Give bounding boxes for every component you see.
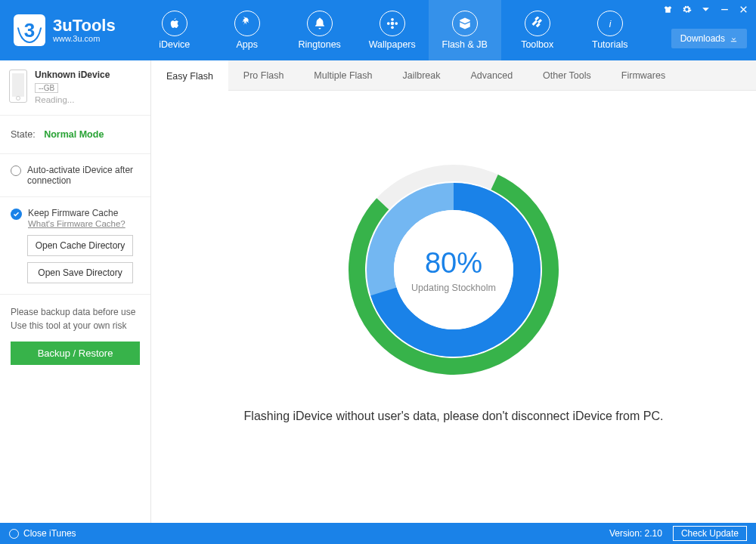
nav-label: Wallpapers — [369, 39, 416, 50]
nav-idevice[interactable]: iDevice — [138, 0, 211, 60]
downloads-label: Downloads — [680, 33, 725, 44]
minimize-icon[interactable] — [720, 5, 730, 14]
close-itunes-label: Close iTunes — [23, 528, 76, 539]
device-name: Unknown iDevice — [35, 70, 110, 80]
app-title: 3uTools — [53, 17, 116, 34]
check-update-button[interactable]: Check Update — [673, 526, 747, 541]
flash-content: 80% Updating Stockholm Flashing iDevice … — [151, 91, 756, 523]
tshirt-icon[interactable] — [663, 5, 673, 14]
downloads-button[interactable]: Downloads — [671, 29, 747, 48]
tab-advanced[interactable]: Advanced — [456, 60, 528, 90]
warn-line2: Use this tool at your own risk — [11, 319, 140, 332]
open-cache-button[interactable]: Open Cache Directory — [27, 235, 133, 256]
nav-flash-jb[interactable]: Flash & JB — [429, 0, 501, 60]
nav-label: Toolbox — [521, 39, 553, 50]
flower-icon — [380, 11, 405, 36]
gear-icon[interactable] — [682, 5, 692, 14]
info-icon: i — [597, 11, 623, 36]
auto-activate-option[interactable]: Auto-activate iDevice after connection — [11, 165, 140, 186]
tools-icon — [525, 11, 550, 36]
open-save-button[interactable]: Open Save Directory — [27, 262, 133, 283]
device-capacity: --GB — [35, 83, 58, 93]
cache-help-link[interactable]: What's Firmware Cache? — [28, 219, 125, 228]
dropdown-icon[interactable] — [701, 5, 711, 14]
apps-icon — [234, 11, 260, 36]
sidebar: Unknown iDevice --GB Reading... State: N… — [0, 60, 151, 523]
keep-cache-option[interactable]: Keep Firmware Cache What's Firmware Cach… — [11, 208, 140, 229]
nav-label: iDevice — [159, 39, 190, 50]
backup-restore-button[interactable]: Backup / Restore — [11, 342, 140, 365]
svg-point-1 — [391, 18, 394, 21]
circle-icon — [9, 529, 19, 539]
logo-icon: 3 — [14, 14, 45, 46]
svg-point-3 — [387, 22, 390, 25]
nav-wallpapers[interactable]: Wallpapers — [356, 0, 429, 60]
nav-ringtones[interactable]: Ringtones — [284, 0, 356, 60]
app-subtitle: www.3u.com — [53, 34, 116, 43]
warn-line1: Please backup data before use — [11, 305, 140, 319]
apple-icon — [162, 11, 187, 36]
tab-firmwares[interactable]: Firmwares — [606, 60, 680, 90]
nav-toolbox[interactable]: Toolbox — [501, 0, 574, 60]
tab-easy-flash[interactable]: Easy Flash — [151, 60, 228, 91]
svg-point-2 — [391, 26, 394, 29]
nav-apps[interactable]: Apps — [211, 0, 284, 60]
main-nav: iDevice Apps Ringtones Wallpapers Flash … — [138, 0, 646, 60]
svg-point-0 — [390, 22, 394, 26]
bell-icon — [307, 11, 333, 36]
svg-rect-6 — [721, 9, 728, 10]
check-checked-icon — [11, 209, 22, 220]
keep-cache-label: Keep Firmware Cache — [28, 208, 125, 218]
flash-message: Flashing iDevice without user's data, pl… — [244, 410, 664, 423]
svg-text:i: i — [609, 19, 611, 29]
close-icon[interactable] — [739, 5, 748, 14]
progress-percent: 80% — [425, 247, 482, 280]
warning-block: Please backup data before use Use this t… — [0, 295, 150, 376]
device-icon — [9, 70, 27, 103]
state-label: State: — [11, 129, 36, 140]
tab-jailbreak[interactable]: Jailbreak — [387, 60, 455, 90]
nav-label: Flash & JB — [442, 39, 488, 50]
tab-multiple-flash[interactable]: Multiple Flash — [299, 60, 387, 90]
radio-unchecked-icon — [11, 165, 21, 176]
box-icon — [452, 11, 478, 36]
app-header: 3 3uTools www.3u.com iDevice Apps Ringto… — [0, 0, 756, 60]
close-itunes-button[interactable]: Close iTunes — [9, 528, 76, 539]
auto-activate-block: Auto-activate iDevice after connection — [0, 154, 150, 197]
device-reading: Reading... — [35, 95, 110, 104]
device-block: Unknown iDevice --GB Reading... — [0, 60, 150, 116]
auto-activate-label: Auto-activate iDevice after connection — [27, 165, 140, 186]
nav-label: Tutorials — [592, 39, 627, 50]
state-value: Normal Mode — [44, 129, 104, 140]
tab-pro-flash[interactable]: Pro Flash — [228, 60, 299, 90]
nav-tutorials[interactable]: i Tutorials — [574, 0, 646, 60]
app-logo: 3 3uTools www.3u.com — [14, 14, 116, 46]
progress-status: Updating Stockholm — [411, 283, 496, 293]
download-icon — [730, 35, 738, 43]
nav-label: Ringtones — [299, 39, 341, 50]
nav-label: Apps — [236, 39, 258, 50]
cache-block: Keep Firmware Cache What's Firmware Cach… — [0, 197, 150, 295]
tab-other-tools[interactable]: Other Tools — [528, 60, 606, 90]
window-controls — [663, 5, 748, 14]
main-panel: Easy Flash Pro Flash Multiple Flash Jail… — [151, 60, 756, 523]
svg-point-4 — [395, 22, 398, 25]
progress-ring: 80% Updating Stockholm — [344, 160, 563, 379]
sub-tabs: Easy Flash Pro Flash Multiple Flash Jail… — [151, 60, 756, 91]
version-label: Version: 2.10 — [609, 528, 662, 539]
state-block: State: Normal Mode — [0, 116, 150, 154]
footer-bar: Close iTunes Version: 2.10 Check Update — [0, 523, 756, 544]
